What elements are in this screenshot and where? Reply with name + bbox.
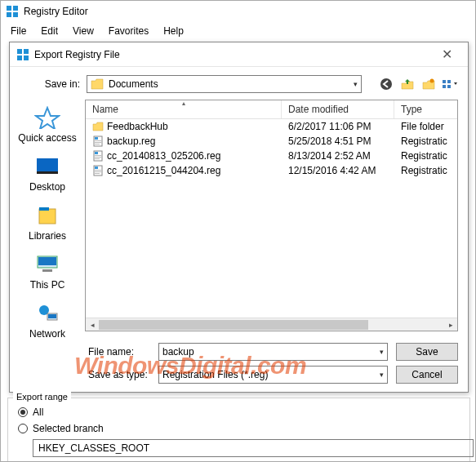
menubar: File Edit View Favorites Help (1, 22, 475, 40)
star-icon (34, 106, 60, 129)
file-name: FeedbackHub (107, 121, 168, 132)
file-name-label: File name: (88, 346, 150, 358)
svg-rect-30 (95, 152, 98, 154)
close-icon[interactable]: ✕ (432, 47, 461, 62)
sidebar-item-label: This PC (30, 279, 65, 291)
radio-icon (18, 424, 28, 433)
radio-selected-branch[interactable]: Selected branch (18, 423, 460, 434)
table-row[interactable]: cc_20140813_025206.reg8/13/2014 2:52 AMR… (86, 149, 457, 163)
svg-rect-28 (95, 144, 100, 144)
network-icon (34, 302, 60, 325)
sort-arrow-icon: ▴ (182, 100, 185, 107)
svg-rect-17 (39, 207, 49, 211)
chevron-down-icon[interactable]: ▾ (380, 348, 384, 356)
svg-rect-0 (7, 6, 11, 11)
file-type: Registratic (394, 165, 457, 176)
svg-point-9 (430, 79, 434, 83)
horizontal-scrollbar[interactable]: ◂ ▸ (86, 318, 457, 331)
svg-rect-1 (13, 6, 18, 11)
sidebar-item-this-pc[interactable]: This PC (30, 253, 65, 291)
file-date: 8/13/2014 2:52 AM (282, 150, 394, 162)
save-in-dropdown[interactable]: Documents ▾ (87, 75, 362, 93)
branch-value: HKEY_CLASSES_ROOT (38, 442, 149, 454)
regedit-titlebar: Registry Editor (1, 1, 475, 22)
save-in-label: Save in: (21, 78, 80, 90)
scroll-left-icon[interactable]: ◂ (86, 321, 99, 329)
svg-rect-16 (39, 209, 56, 224)
svg-rect-19 (38, 257, 56, 265)
svg-rect-2 (7, 12, 11, 17)
svg-rect-20 (42, 269, 52, 272)
file-type: Registratic (394, 135, 457, 147)
views-button[interactable] (442, 76, 458, 92)
svg-point-8 (380, 78, 392, 90)
up-button[interactable] (399, 76, 416, 92)
column-header-date[interactable]: Date modified (282, 100, 394, 118)
svg-rect-5 (24, 49, 29, 54)
desktop-icon (34, 155, 60, 178)
back-icon (380, 78, 393, 91)
sidebar-item-label: Libraries (29, 230, 66, 242)
svg-rect-12 (447, 80, 451, 83)
radio-icon (18, 407, 28, 417)
table-row[interactable]: cc_20161215_044204.reg12/15/2016 4:42 AM… (86, 163, 457, 178)
file-date: 12/15/2016 4:42 AM (282, 165, 394, 176)
menu-file[interactable]: File (4, 24, 33, 38)
file-name: cc_20140813_025206.reg (107, 150, 220, 162)
export-range-legend: Export range (13, 392, 71, 402)
save-button[interactable]: Save (396, 343, 458, 361)
save-type-dropdown[interactable]: Registration Files (*.reg) ▾ (158, 366, 388, 384)
table-row[interactable]: FeedbackHub6/2/2017 11:06 PMFile folder (86, 119, 457, 134)
svg-rect-15 (37, 171, 58, 174)
places-sidebar: Quick access Desktop Libraries This PC N… (15, 100, 80, 331)
sidebar-item-quick-access[interactable]: Quick access (18, 106, 76, 144)
svg-rect-31 (95, 155, 101, 156)
pc-icon (34, 253, 60, 276)
table-row[interactable]: backup.reg5/25/2018 4:51 PMRegistratic (86, 134, 457, 149)
dialog-title: Export Registry File (34, 49, 120, 60)
back-button[interactable] (378, 76, 394, 92)
svg-rect-35 (95, 167, 98, 169)
svg-rect-7 (24, 56, 29, 60)
sidebar-item-network[interactable]: Network (29, 302, 65, 340)
sidebar-item-label: Quick access (18, 132, 76, 144)
list-header[interactable]: ▴ Name Date modified Type (86, 100, 457, 119)
export-dialog: Export Registry File ✕ Save in: Document… (9, 42, 469, 393)
libraries-icon (34, 204, 60, 227)
svg-rect-11 (443, 85, 446, 88)
save-in-value: Documents (109, 78, 158, 90)
radio-all[interactable]: All (18, 406, 460, 418)
menu-edit[interactable]: Edit (34, 24, 65, 38)
branch-input[interactable]: HKEY_CLASSES_ROOT (33, 439, 474, 457)
menu-help[interactable]: Help (157, 24, 190, 38)
menu-favorites[interactable]: Favorites (102, 24, 155, 38)
sidebar-item-desktop[interactable]: Desktop (29, 155, 65, 193)
sidebar-item-libraries[interactable]: Libraries (29, 204, 66, 242)
menu-view[interactable]: View (66, 24, 100, 38)
regedit-icon (6, 5, 19, 18)
views-icon (442, 78, 458, 91)
column-header-type[interactable]: Type (394, 100, 457, 118)
scroll-right-icon[interactable]: ▸ (444, 321, 457, 329)
file-name: cc_20161215_044204.reg (107, 165, 220, 176)
regedit-icon (16, 48, 29, 61)
chevron-down-icon[interactable]: ▾ (380, 371, 384, 379)
regedit-title: Registry Editor (24, 6, 88, 17)
svg-rect-13 (447, 85, 451, 88)
cancel-button[interactable]: Cancel (396, 366, 458, 384)
save-type-label: Save as type: (88, 369, 150, 380)
svg-rect-3 (13, 12, 18, 17)
file-listview[interactable]: ▴ Name Date modified Type FeedbackHub6/2… (85, 100, 458, 331)
file-date: 5/25/2018 4:51 PM (282, 135, 394, 147)
export-range-group: Export range All Selected branch HKEY_CL… (7, 398, 470, 462)
svg-rect-23 (48, 314, 56, 318)
svg-rect-33 (95, 158, 100, 159)
file-name: backup.reg (107, 135, 155, 147)
file-date: 6/2/2017 11:06 PM (282, 121, 394, 132)
dialog-titlebar[interactable]: Export Registry File ✕ (10, 42, 468, 67)
svg-rect-4 (17, 49, 22, 54)
file-type: File folder (394, 121, 457, 132)
chevron-down-icon: ▾ (354, 80, 358, 88)
file-name-input[interactable]: backup ▾ (158, 343, 388, 361)
new-folder-button[interactable] (420, 76, 437, 92)
